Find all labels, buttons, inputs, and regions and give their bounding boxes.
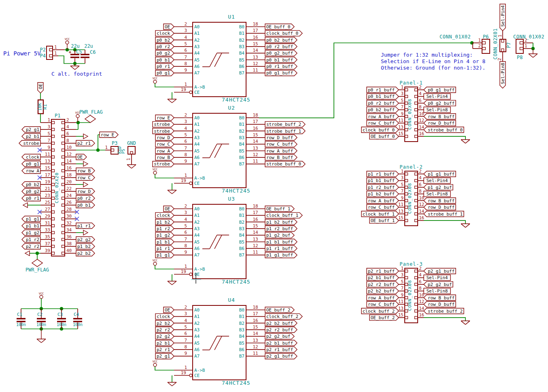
global-label-p1-g1-buff[interactable]: p1_g1_buff	[265, 252, 297, 258]
global-label-p1-b1-buff[interactable]: p1_b1_buff	[265, 239, 297, 245]
global-label-row-a-buff[interactable]: row_A_buff	[367, 295, 399, 301]
global-label-p0-r2-buff[interactable]: p0_r2_buff	[367, 100, 399, 106]
global-label-p0-b2-buff[interactable]: p0_b2_buff	[367, 107, 399, 112]
global-label-p2-b1[interactable]: p2_b1	[155, 340, 174, 346]
global-label-sel-pin8[interactable]: Sel-Pin8	[500, 61, 506, 88]
global-label-row-d[interactable]: row_D	[155, 135, 174, 140]
global-label-oe[interactable]: OE	[164, 24, 174, 30]
global-label-p2-g1[interactable]: p2_g1	[22, 127, 40, 132]
global-label-p1-g2-buf[interactable]: p1_g2_buf	[424, 184, 453, 190]
global-label-p1-b2-buff[interactable]: p1_b2_buff	[367, 191, 399, 197]
global-label-p0-g1[interactable]: p0_g1	[155, 70, 174, 76]
power-header-section[interactable]: Pi Power 5VP2P411VCC22u22uC5C6C alt. foo…	[3, 38, 102, 77]
global-label-sel-pin8[interactable]: Sel-Pin8	[424, 288, 450, 294]
schematic-canvas[interactable]: Pi Power 5VP2P411VCC22u22uC5C6C alt. foo…	[0, 0, 548, 392]
global-label-p2-r1-buff[interactable]: p2_r1_buff	[265, 347, 297, 352]
global-label-row-a[interactable]: row_A	[22, 168, 40, 174]
global-label-row-b-buff[interactable]: row_B_buff	[265, 155, 297, 160]
global-label-clock[interactable]: clock	[155, 212, 174, 218]
global-label-p2-g2-buf[interactable]: p2_g2_buf	[424, 282, 453, 287]
global-label-p1-r2-buff[interactable]: p1_r2_buff	[367, 184, 399, 190]
global-label-oe-buff-0[interactable]: OE_buff_0	[370, 133, 399, 139]
global-label-clock[interactable]: clock	[155, 314, 174, 319]
connector-p1[interactable]: P1CONN_02X2012VCCPWR_FLAG3p2_g145p2_b167…	[19, 109, 118, 273]
global-label-row-d-buff[interactable]: row_D_buff	[424, 120, 456, 126]
global-label-p2-g2[interactable]: p2_g2	[76, 237, 95, 242]
ic-u1[interactable]: U174HCT2452A0OE18B0OE_buff_03A1clock17B1…	[153, 14, 302, 103]
global-label-p0-b1-buff[interactable]: p0_b1_buff	[367, 93, 399, 99]
global-label-p2-r1[interactable]: p2_r1	[155, 347, 174, 352]
global-label-row-e[interactable]: row_E	[100, 132, 118, 138]
global-label-p1-b1-buff[interactable]: p1_b1_buff	[367, 178, 399, 183]
global-label-row-b-buff[interactable]: row_B_buff	[424, 114, 456, 119]
global-label-row-a-buff[interactable]: row_A_buff	[367, 114, 399, 119]
global-label-p0-b1-buff[interactable]: p0_b1_buff	[265, 57, 297, 63]
global-label-row-d-buff[interactable]: row_D_buff	[424, 204, 456, 210]
global-label-oe-buff-1[interactable]: OE_buff_1	[265, 206, 294, 212]
global-label-p2-g2-buf[interactable]: p2_g2_buf	[265, 333, 294, 339]
global-label-p0-b1[interactable]: p0_b1	[155, 57, 174, 63]
global-label-row-b[interactable]: row_B	[155, 155, 174, 160]
global-label-p1-b2[interactable]: p1_b2	[155, 219, 174, 225]
global-label-row-d-buff[interactable]: row_D_buff	[424, 301, 456, 307]
global-label-sel-pin8[interactable]: Sel-Pin8	[424, 107, 450, 112]
global-label-row-c-buff[interactable]: row_C_buff	[367, 301, 399, 307]
global-label-oe[interactable]: OE	[164, 206, 174, 212]
global-label-strobe-buff-1[interactable]: strobe_buff_1	[424, 211, 464, 217]
global-label-strobe[interactable]: strobe	[153, 161, 174, 167]
global-label-p2-r2-buff[interactable]: p2_r2_buff	[367, 282, 399, 287]
global-label-p1-b1[interactable]: p1_b1	[155, 239, 174, 245]
global-label-strobe[interactable]: strobe	[153, 128, 174, 134]
oe-pullup-resistor[interactable]: OE10KR1	[37, 83, 48, 123]
global-label-row-d-buff[interactable]: row_D_buff	[265, 135, 297, 140]
global-label-p2-g1-buff[interactable]: p2_g1_buff	[265, 353, 297, 359]
global-label-p1-r2[interactable]: p1_r2	[22, 237, 40, 242]
global-label-oe[interactable]: OE	[76, 154, 87, 160]
global-label-p0-g1-buff[interactable]: p0_g1_buff	[265, 70, 297, 76]
decoupling-caps[interactable]: VCCC1100nC2100nC3100nC4100n	[16, 292, 83, 343]
global-label-p0-b1[interactable]: p0_b1	[76, 202, 95, 208]
global-label-row-b-buff[interactable]: row_B_buff	[424, 198, 456, 203]
global-label-p1-r2[interactable]: p1_r2	[155, 226, 174, 231]
global-label-oe[interactable]: OE	[38, 83, 43, 93]
global-label-row-c[interactable]: row_C	[76, 175, 95, 180]
global-label-p2-b2[interactable]: p2_b2	[155, 320, 174, 326]
global-label-p1-g1[interactable]: p1_g1	[22, 216, 40, 222]
global-label-oe-buff-2[interactable]: OE_buff_2	[265, 307, 294, 313]
global-label-strobe-buff-2[interactable]: strobe_buff_2	[265, 121, 305, 127]
global-label-p2-r2[interactable]: p2_r2	[22, 244, 40, 249]
global-label-p2-b2-buff[interactable]: p2_b2_buff	[265, 320, 297, 326]
global-label-p0-b2-buff[interactable]: p0_b2_buff	[265, 37, 297, 43]
ic-u4[interactable]: U474HCT2452A0OE18B0OE_buff_23A1clock17B1…	[153, 297, 302, 386]
global-label-p1-r1[interactable]: p1_r1	[76, 223, 95, 229]
global-label-p0-r2-buff[interactable]: p0_r2_buff	[265, 44, 297, 49]
global-label-row-e[interactable]: row_E	[155, 115, 174, 121]
global-label-sel-pin4[interactable]: Sel-Pin4	[424, 93, 450, 99]
global-label-row-c-buff[interactable]: row_C_buff	[367, 120, 399, 126]
global-label-sel-pin4[interactable]: Sel-Pin4	[500, 4, 506, 31]
global-label-row-a[interactable]: row_A	[155, 148, 174, 154]
global-label-row-b-buff[interactable]: row_B_buff	[424, 295, 456, 301]
global-label-p2-r1-buff[interactable]: p2_r1_buff	[367, 268, 399, 274]
global-label-p2-g1[interactable]: p2_g1	[155, 353, 174, 359]
global-label-oe-buff-1[interactable]: OE_buff_1	[370, 218, 399, 223]
global-label-p2-r2-buff[interactable]: p2_r2_buff	[265, 327, 297, 333]
global-label-row-d[interactable]: row_D	[76, 189, 95, 194]
jumper-selection-block[interactable]: Jumper for 1:32 multiplexing:Selection i…	[381, 4, 544, 88]
global-label-p0-g2[interactable]: p0_g2	[22, 189, 40, 194]
global-label-oe-buff-2[interactable]: OE_buff_2	[370, 315, 399, 320]
global-label-clock-buff-2[interactable]: clock_buff_2	[361, 308, 399, 314]
global-label-strobe-buff-0[interactable]: strobe_buff_0	[424, 127, 464, 133]
global-label-p0-r1-buff[interactable]: p0_r1_buff	[367, 87, 399, 93]
global-label-strobe[interactable]: strobe	[153, 121, 174, 127]
global-label-oe[interactable]: OE	[164, 307, 174, 313]
global-label-p0-g2-buff[interactable]: p0_g2_buff	[424, 100, 456, 106]
global-label-row-c[interactable]: row_C	[155, 141, 174, 147]
global-label-p1-b2-buff[interactable]: p1_b2_buff	[265, 219, 297, 225]
global-label-strobe-buff-1[interactable]: strobe_buff_1	[265, 128, 305, 134]
global-label-p1-r2-buff[interactable]: p1_r2_buff	[265, 226, 297, 231]
ic-u3[interactable]: U374HCT2452A0OE18B0OE_buff_13A1clock17B1…	[153, 196, 302, 285]
global-label-p0-g2[interactable]: p0_g2	[155, 50, 174, 56]
global-label-p0-g2-buff[interactable]: p0_g2_buff	[265, 50, 297, 56]
global-label-p1-b1[interactable]: p1_b1	[22, 223, 40, 229]
